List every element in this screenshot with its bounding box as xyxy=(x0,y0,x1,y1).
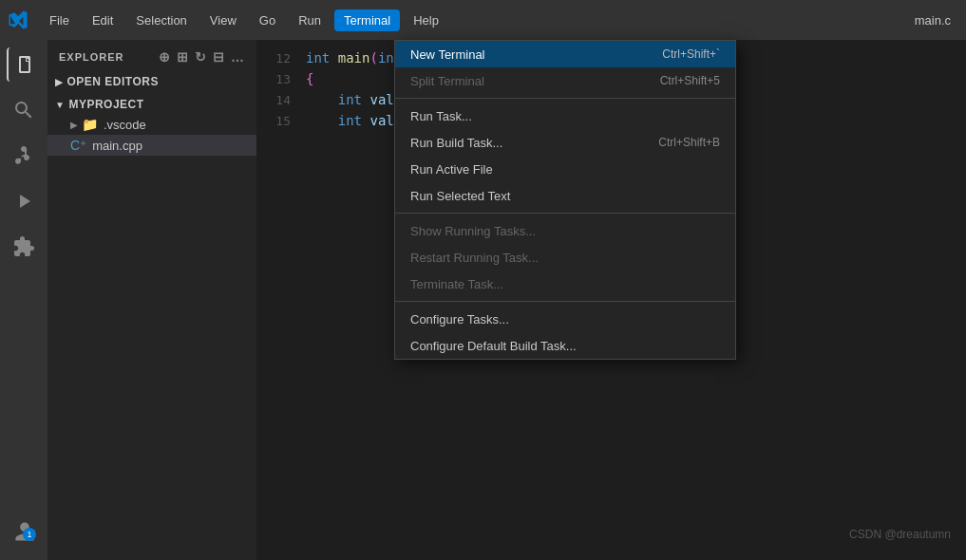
sidebar-item-main-cpp[interactable]: C⁺ main.cpp xyxy=(47,135,256,156)
line-number-14: 14 xyxy=(264,93,306,107)
menu-run-build-task-shortcut: Ctrl+Shift+B xyxy=(658,136,720,149)
main-cpp-label: main.cpp xyxy=(92,139,142,153)
activity-source-control-icon[interactable] xyxy=(7,139,41,173)
myproject-arrow-icon: ▼ xyxy=(55,100,65,110)
menubar: File Edit Selection View Go Run Terminal… xyxy=(0,0,966,40)
menu-help[interactable]: Help xyxy=(404,9,448,31)
menu-run-active-file[interactable]: Run Active File xyxy=(395,156,735,182)
refresh-icon[interactable]: ↻ xyxy=(195,49,207,65)
menu-view[interactable]: View xyxy=(200,9,246,31)
separator-2 xyxy=(395,213,735,214)
vscode-folder-arrow-icon: ▶ xyxy=(70,120,78,130)
menu-new-terminal[interactable]: New Terminal Ctrl+Shift+` xyxy=(395,41,735,67)
line-number-13: 13 xyxy=(264,72,306,86)
sidebar: EXPLORER ⊕ ⊞ ↻ ⊟ … ▶ OPEN EDITORS ▼ MYPR… xyxy=(47,40,256,560)
more-options-icon[interactable]: … xyxy=(231,49,245,65)
myproject-label: MYPROJECT xyxy=(68,98,143,111)
separator-1 xyxy=(395,98,735,99)
sidebar-header-icons: ⊕ ⊞ ↻ ⊟ … xyxy=(159,49,245,65)
open-editors-header[interactable]: ▶ OPEN EDITORS xyxy=(47,72,256,91)
menu-configure-tasks[interactable]: Configure Tasks... xyxy=(395,306,735,332)
sidebar-header: EXPLORER ⊕ ⊞ ↻ ⊟ … xyxy=(47,40,256,70)
myproject-header[interactable]: ▼ MYPROJECT xyxy=(47,95,256,114)
menu-file[interactable]: File xyxy=(40,9,79,31)
sidebar-section-myproject: ▼ MYPROJECT ▶ 📁 .vscode C⁺ main.cpp xyxy=(47,93,256,158)
code-text-13: { xyxy=(306,71,313,86)
sidebar-item-vscode[interactable]: ▶ 📁 .vscode xyxy=(47,114,256,135)
activity-bar: 1 xyxy=(0,40,47,560)
separator-3 xyxy=(395,301,735,302)
new-folder-icon[interactable]: ⊞ xyxy=(177,49,189,65)
open-editors-label: OPEN EDITORS xyxy=(67,75,159,88)
menu-run-build-task-label: Run Build Task... xyxy=(410,136,502,150)
cpp-file-icon: C⁺ xyxy=(70,138,86,153)
menu-restart-running-task-label: Restart Running Task... xyxy=(410,251,539,265)
menu-run-selected-text[interactable]: Run Selected Text xyxy=(395,182,735,209)
menu-split-terminal[interactable]: Split Terminal Ctrl+Shift+5 xyxy=(395,67,735,94)
activity-extensions-icon[interactable] xyxy=(7,230,41,264)
menu-run-selected-text-label: Run Selected Text xyxy=(410,189,510,203)
menu-split-terminal-shortcut: Ctrl+Shift+5 xyxy=(660,74,720,87)
window-title: main.c xyxy=(915,13,951,28)
menu-terminate-task-label: Terminate Task... xyxy=(410,277,503,291)
menu-go[interactable]: Go xyxy=(250,9,285,31)
terminal-dropdown-menu[interactable]: New Terminal Ctrl+Shift+` Split Terminal… xyxy=(394,40,736,360)
menu-split-terminal-label: Split Terminal xyxy=(410,74,484,88)
collapse-icon[interactable]: ⊟ xyxy=(213,49,225,65)
menu-run-build-task[interactable]: Run Build Task... Ctrl+Shift+B xyxy=(395,129,735,156)
menu-show-running-tasks-label: Show Running Tasks... xyxy=(410,224,536,238)
menu-selection[interactable]: Selection xyxy=(126,9,196,31)
sidebar-section-open-editors: ▶ OPEN EDITORS xyxy=(47,70,256,93)
menu-configure-default-build[interactable]: Configure Default Build Task... xyxy=(395,332,735,359)
watermark: CSDN @dreautumn xyxy=(849,528,951,541)
menu-show-running-tasks[interactable]: Show Running Tasks... xyxy=(395,217,735,244)
menu-items: File Edit Selection View Go Run Terminal… xyxy=(40,9,448,31)
sidebar-title: EXPLORER xyxy=(59,51,124,63)
menu-edit[interactable]: Edit xyxy=(83,9,123,31)
activity-debug-icon[interactable] xyxy=(7,184,41,218)
folder-icon: 📁 xyxy=(82,117,98,132)
menu-configure-default-build-label: Configure Default Build Task... xyxy=(410,339,577,353)
menu-configure-tasks-label: Configure Tasks... xyxy=(410,312,509,327)
vscode-logo-icon xyxy=(8,9,28,30)
menu-restart-running-task[interactable]: Restart Running Task... xyxy=(395,244,735,271)
activity-search-icon[interactable] xyxy=(7,93,41,127)
line-number-12: 12 xyxy=(264,51,306,65)
menu-run[interactable]: Run xyxy=(289,9,331,31)
menu-run-task-label: Run Task... xyxy=(410,109,472,123)
menu-run-task[interactable]: Run Task... xyxy=(395,103,735,129)
menu-terminate-task[interactable]: Terminate Task... xyxy=(395,271,735,297)
menu-run-active-file-label: Run Active File xyxy=(410,162,493,177)
menu-new-terminal-label: New Terminal xyxy=(410,47,485,62)
new-file-icon[interactable]: ⊕ xyxy=(159,49,171,65)
menu-new-terminal-shortcut: Ctrl+Shift+` xyxy=(662,47,720,61)
menu-terminal[interactable]: Terminal xyxy=(334,9,400,31)
line-number-15: 15 xyxy=(264,114,306,128)
activity-accounts-icon[interactable]: 1 xyxy=(8,514,42,549)
open-editors-arrow-icon: ▶ xyxy=(55,77,64,87)
vscode-folder-label: .vscode xyxy=(104,118,146,132)
activity-explorer-icon[interactable] xyxy=(7,47,41,82)
notification-badge-count: 1 xyxy=(23,528,36,541)
